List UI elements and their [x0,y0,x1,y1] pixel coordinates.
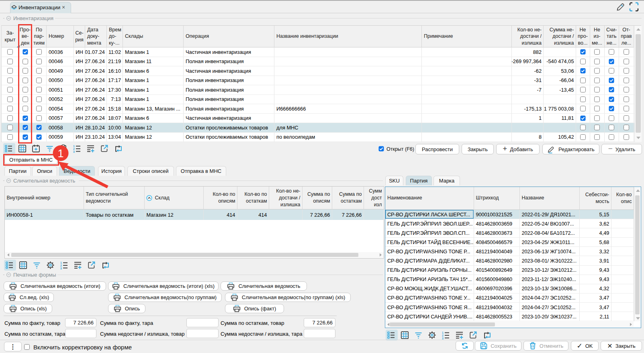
svg-text:2: 2 [60,264,62,267]
svg-text:2: 2 [442,334,444,337]
svg-text:1: 1 [442,331,444,334]
svg-text:1: 1 [57,148,63,160]
svg-text:3: 3 [60,267,62,270]
svg-text:3: 3 [442,337,444,340]
svg-text:1: 1 [60,261,62,264]
